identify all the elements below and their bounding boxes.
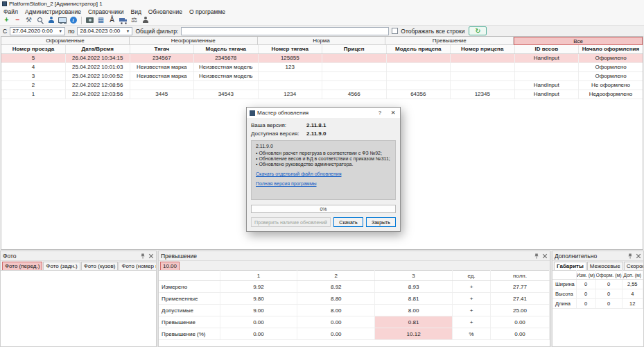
monitor-icon[interactable] [58,16,67,25]
toolbar: +−⚒▦Å⚖ [0,15,644,26]
download-button[interactable]: Скачать [333,217,363,227]
excess-cell: 10.12 [375,328,453,340]
pin-icon[interactable] [139,253,146,259]
photo-panel-title: Фото [3,253,17,260]
column-header[interactable]: Прицеп [322,45,387,53]
search-icon [37,17,44,24]
table-row[interactable]: 122.04.2022 12:03:5634453454312344566643… [1,90,643,99]
table-row[interactable]: 425.04.2022 10:01:03Неизвестная маркаНеи… [1,62,643,71]
date-to-picker[interactable]: 28.04.2023 0:00 ▼ [77,27,132,35]
table-row[interactable]: 526.04.2022 10:34:152345672345678125855H… [1,53,643,62]
search-icon[interactable] [35,16,44,25]
column-header[interactable]: Номер тягача [258,45,322,53]
photo-tab[interactable]: Фото (номер пе [119,262,157,270]
extra-column-header: Оформ. (м) [595,271,622,280]
close-icon[interactable] [148,253,154,259]
extra-tab[interactable]: Скорость [624,262,644,270]
user-icon[interactable] [46,16,55,25]
table-row[interactable]: 222.04.2022 12:08:56HandInputНе оформлен… [1,81,643,90]
table-cell: 3 [1,71,66,81]
chevron-down-icon: ▼ [58,29,62,33]
menu-item[interactable]: Администрирование [21,8,85,15]
category-tab[interactable]: Норма [258,37,386,45]
menu-item[interactable]: О программе [186,8,229,15]
report-icon[interactable]: ▦ [96,16,105,25]
category-tab[interactable]: Неоформленные [130,37,258,45]
excess-row: Допустимые9.008.008.00+25.00 [159,305,550,316]
pin-icon[interactable] [627,253,633,259]
excess-cell: 9.80 [220,293,297,305]
scales-icon[interactable]: ⚖ [130,16,139,25]
category-tab[interactable]: Оформленные [1,37,130,45]
photo-tab[interactable]: Фото (перед.) [2,262,42,270]
photo-tab[interactable]: Фото (задн.) [43,262,80,270]
table-cell: 12345 [451,90,515,99]
extra-table-body: Ширина002,55Высота004Длина0012 [552,280,643,309]
check-updates-button[interactable]: Проверить наличие обновлений [251,217,331,227]
close-action-button[interactable]: Закрыть [366,217,396,227]
tools-icon[interactable]: ⚒ [24,16,33,25]
measure-icon[interactable]: Å [107,16,116,25]
photo-tab[interactable]: Фото (кузов) [81,262,119,270]
table-cell: HandInput [514,81,579,90]
column-header[interactable]: Модель тягача [194,45,259,53]
menu-item[interactable]: Справочники [85,8,128,15]
changelog-item: Обновление весов и БД в соответствии с п… [256,156,391,161]
date-from-picker[interactable]: 27.04.2020 0:00 ▼ [10,27,65,35]
filter-bar: С 27.04.2020 0:00 ▼ по 28.04.2023 0:00 ▼… [0,26,644,36]
close-icon[interactable] [541,253,548,259]
date-from-label: С [3,28,7,35]
table-cell [451,81,515,90]
column-header[interactable]: ID весов [514,45,579,53]
excess-cell: + [453,316,491,328]
changelog-list: Обновлен расчет перегруза в соответствии… [256,151,391,167]
extra-tab[interactable]: Габариты [554,262,586,270]
dialog-help-button[interactable]: ? [374,108,385,117]
operator-icon[interactable] [141,16,150,25]
toolbar-separator [81,17,82,24]
pin-icon[interactable] [533,253,539,259]
vehicle-icon[interactable] [119,16,128,25]
table-cell [514,62,579,71]
table-cell: 25.04.2022 10:01:03 [66,62,130,71]
category-tab[interactable]: Превышение [385,37,514,45]
add-icon[interactable]: + [2,16,11,25]
extra-cell: 0 [576,280,595,289]
common-filter-input[interactable] [181,27,389,35]
column-header[interactable]: Дата/Время [66,45,130,53]
full-version-link[interactable]: Полная версия программы [256,181,391,186]
excess-cell: 27.77 [491,281,550,293]
close-icon[interactable] [635,253,641,259]
column-header[interactable]: Тягач [130,45,194,53]
camera-icon[interactable] [85,16,94,25]
excess-cell: 0.00 [220,316,297,328]
column-header[interactable]: Номер проезда [1,45,66,53]
remove-icon[interactable]: − [13,16,22,25]
menu-item[interactable]: Файл [0,8,21,15]
download-patch-link[interactable]: Скачать отдельный файл обновления [256,171,391,176]
column-header[interactable]: Номер прицепа [451,45,515,53]
extra-tab[interactable]: Межосевые [587,262,623,270]
refresh-button[interactable]: ↻ [469,26,487,35]
vehicle-icon [119,17,128,24]
user-icon [48,17,55,24]
table-cell: 125855 [258,53,322,62]
table-cell [386,81,451,90]
column-header[interactable]: Модель прицепа [386,45,451,53]
excess-panel-header: Превышение [159,251,550,260]
dialog-body: Ваша версия: 2.11.8.1 Доступная версия: … [247,118,400,231]
table-cell: Оформлено [579,53,643,62]
menu-item[interactable]: Вид [127,8,144,15]
show-all-rows-checkbox[interactable] [392,28,398,34]
table-cell [386,71,451,81]
extra-cell: 0 [595,280,622,289]
excess-column-header [159,271,220,281]
column-header[interactable]: Начало оформления [579,45,643,53]
category-tab[interactable]: Все [514,37,643,45]
info-icon[interactable] [69,16,78,25]
table-row[interactable]: 325.04.2022 10:00:52Неизвестная маркаНеи… [1,71,643,81]
excess-cell: 8.93 [375,281,453,293]
dialog-close-button[interactable]: ✕ [388,108,399,117]
menu-item[interactable]: Обновление [145,8,186,15]
excess-tab[interactable]: 10.00 [160,262,180,270]
